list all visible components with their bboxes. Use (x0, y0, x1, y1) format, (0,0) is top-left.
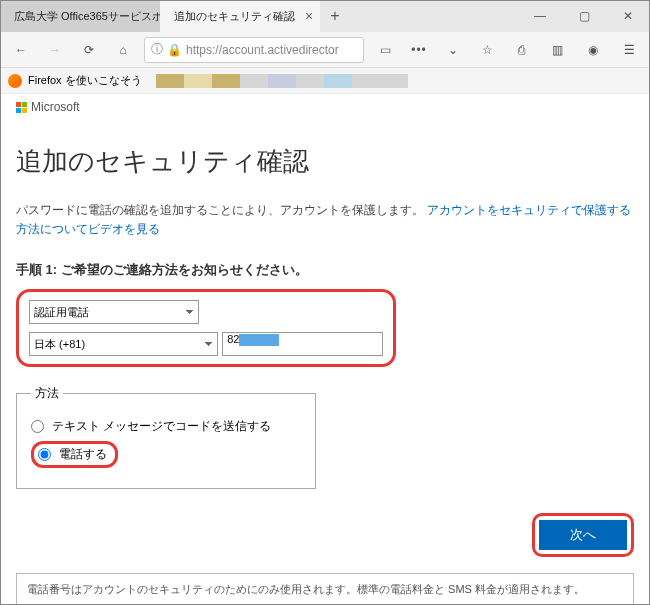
radio-call[interactable] (38, 448, 51, 461)
info-icon: ⓘ (151, 41, 163, 58)
browser-navbar: ← → ⟳ ⌂ ⓘ 🔒 https://account.activedirect… (0, 32, 650, 68)
star-icon[interactable]: ☆ (474, 37, 500, 63)
firefox-icon (8, 74, 22, 88)
reload-button[interactable]: ⟳ (76, 37, 102, 63)
maximize-button[interactable]: ▢ (562, 0, 606, 32)
radio-call-label: 電話する (59, 446, 107, 463)
bookmark-bar: Firefox を使いこなそう (0, 68, 650, 94)
tab-title: 追加のセキュリティ確認 (174, 9, 295, 24)
pocket-icon[interactable]: ⌄ (440, 37, 466, 63)
phone-number-input[interactable]: 82 (222, 332, 383, 356)
microsoft-icon (16, 102, 27, 113)
bookmark-label[interactable]: Firefox を使いこなそう (28, 73, 142, 88)
phone-masked (239, 334, 279, 346)
lock-icon: 🔒 (167, 43, 182, 57)
browser-tab-1[interactable]: 広島大学 Office365サービスポー × (0, 0, 160, 32)
phone-usage-note: 電話番号はアカウントのセキュリティのためにのみ使用されます。標準の電話料金と S… (16, 573, 634, 605)
radio-sms[interactable] (31, 420, 44, 433)
back-button[interactable]: ← (8, 37, 34, 63)
forward-button: → (42, 37, 68, 63)
decorative-stripes (156, 74, 408, 88)
sidebar-icon[interactable]: ▥ (544, 37, 570, 63)
page-description: パスワードに電話の確認を追加することにより、アカウントを保護します。 アカウント… (16, 201, 634, 239)
fieldset-legend: 方法 (31, 385, 63, 402)
radio-sms-row[interactable]: テキスト メッセージでコードを送信する (31, 418, 301, 435)
next-button-highlight: 次へ (532, 513, 634, 557)
radio-sms-label: テキスト メッセージでコードを送信する (52, 418, 271, 435)
next-button[interactable]: 次へ (539, 520, 627, 550)
radio-call-highlight: 電話する (31, 441, 118, 468)
country-select[interactable]: 日本 (+81) (29, 332, 218, 356)
reader-icon[interactable]: ▭ (372, 37, 398, 63)
account-icon[interactable]: ◉ (580, 37, 606, 63)
microsoft-label: Microsoft (31, 100, 80, 114)
auth-method-select[interactable]: 認証用電話 (29, 300, 199, 324)
tab-title: 広島大学 Office365サービスポー (14, 9, 160, 24)
url-bar[interactable]: ⓘ 🔒 https://account.activedirector (144, 37, 364, 63)
microsoft-logo: Microsoft (16, 100, 634, 114)
window-titlebar: 広島大学 Office365サービスポー × 追加のセキュリティ確認 × + —… (0, 0, 650, 32)
step-title: 手順 1: ご希望のご連絡方法をお知らせください。 (16, 261, 634, 279)
new-tab-button[interactable]: + (320, 0, 350, 32)
close-icon[interactable]: × (305, 8, 313, 24)
home-button[interactable]: ⌂ (110, 37, 136, 63)
contact-method-box: 認証用電話 日本 (+81) 82 (16, 289, 396, 367)
close-window-button[interactable]: ✕ (606, 0, 650, 32)
minimize-button[interactable]: — (518, 0, 562, 32)
browser-tab-2[interactable]: 追加のセキュリティ確認 × (160, 0, 320, 32)
url-text: https://account.activedirector (186, 43, 339, 57)
page-actions-icon[interactable]: ••• (406, 37, 432, 63)
menu-icon[interactable]: ☰ (616, 37, 642, 63)
method-fieldset: 方法 テキスト メッセージでコードを送信する 電話する (16, 385, 316, 489)
library-icon[interactable]: ⎙ (508, 37, 534, 63)
page-title: 追加のセキュリティ確認 (16, 144, 634, 179)
page-content: Microsoft 追加のセキュリティ確認 パスワードに電話の確認を追加すること… (0, 94, 650, 605)
